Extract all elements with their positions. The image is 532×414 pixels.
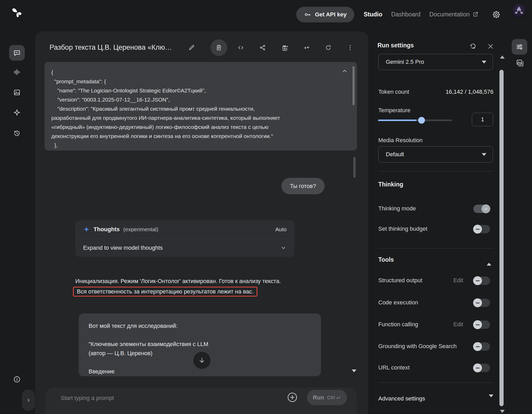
thinking-mode-label: Thinking mode <box>378 205 416 212</box>
tool-row-function-calling: Function calling Edit <box>378 321 493 329</box>
scroll-to-bottom-button[interactable] <box>193 352 211 369</box>
media-resolution-value: Default <box>386 151 404 158</box>
thinking-header: Thinking <box>378 181 403 188</box>
close-panel-icon[interactable] <box>487 43 494 50</box>
sidebar-item-chat[interactable] <box>9 45 25 61</box>
caret-down-icon <box>482 61 486 64</box>
sidebar-item-stream[interactable] <box>9 64 25 80</box>
system-prompt-block[interactable]: { "prompt_metadata": { "name": "The Logi… <box>45 62 357 150</box>
get-code-icon[interactable] <box>237 44 244 51</box>
refresh-icon[interactable] <box>325 44 332 51</box>
run-settings-toggle-button[interactable] <box>512 39 527 55</box>
chat-panel: Разбор текста Ц.В. Церенова «Клю… <box>35 32 368 414</box>
thoughts-header[interactable]: Thoughts (experimental) Auto <box>75 220 294 239</box>
minus-icon <box>476 346 480 347</box>
user-message-text: Вот мой текст для исследований: "Ключевы… <box>79 313 321 384</box>
temperature-label: Temperature <box>378 107 411 114</box>
prompt-input[interactable] <box>60 393 270 404</box>
advanced-settings-row[interactable]: Advanced settings <box>378 395 493 404</box>
run-settings-panel: Run settings Gemini 2.5 Pro Token count … <box>372 37 497 414</box>
edit-title-icon[interactable] <box>188 44 195 51</box>
expand-sidebar-button[interactable] <box>22 390 35 411</box>
minus-icon <box>476 324 480 325</box>
prompt-title[interactable]: Разбор текста Ц.В. Церенова «Клю… <box>50 43 172 52</box>
get-api-key-label: Get API key <box>315 11 347 18</box>
token-count-value: 16,142 / 1,048,576 <box>446 89 494 95</box>
settings-gear-icon[interactable] <box>492 10 501 19</box>
thoughts-mode: Auto <box>275 226 287 233</box>
external-link-icon <box>472 11 479 17</box>
tool-row-url-context: URL context <box>378 364 493 373</box>
chat-scrollbar[interactable] <box>353 157 356 178</box>
nav-studio[interactable]: Studio <box>364 11 382 18</box>
system-instructions-icon[interactable] <box>211 39 227 56</box>
run-label: Run <box>313 394 324 401</box>
sidebar-item-generate-media[interactable] <box>9 85 25 100</box>
share-icon[interactable] <box>259 44 266 51</box>
collapse-tools-icon[interactable] <box>487 258 491 263</box>
edit-link[interactable]: Edit <box>453 321 463 328</box>
url-context-toggle[interactable] <box>473 364 490 372</box>
prompt-input-bar: Run Ctrl <box>45 387 357 414</box>
scroll-down-caret-icon[interactable] <box>352 369 356 372</box>
nav-documentation-label: Documentation <box>429 11 470 18</box>
structured-output-toggle[interactable] <box>473 277 490 285</box>
advanced-settings-label: Advanced settings <box>378 395 425 402</box>
set-thinking-budget-toggle[interactable] <box>473 225 490 233</box>
get-api-key-button[interactable]: Get API key <box>296 7 354 22</box>
thinking-mode-row: Thinking mode <box>378 205 493 214</box>
scrollbar-down-arrow[interactable] <box>500 410 505 413</box>
reset-settings-icon[interactable] <box>469 43 477 50</box>
thinking-mode-toggle[interactable] <box>473 205 490 213</box>
media-resolution-select[interactable]: Default <box>378 146 493 162</box>
minus-icon <box>476 368 480 368</box>
sidebar-item-build[interactable] <box>9 105 25 120</box>
user-bubble: Ты готов? <box>281 178 325 194</box>
divider <box>378 248 493 248</box>
save-icon[interactable] <box>282 44 288 51</box>
thoughts-title: Thoughts <box>94 226 120 233</box>
expand-thoughts-row[interactable]: Expand to view model thoughts <box>75 239 294 257</box>
chevron-down-icon <box>280 245 287 251</box>
run-settings-title: Run settings <box>378 42 414 49</box>
temperature-value-box[interactable]: 1 <box>472 113 493 126</box>
run-button[interactable]: Run Ctrl <box>307 390 347 405</box>
model-select[interactable]: Gemini 2.5 Pro <box>378 54 493 70</box>
run-shortcut-label: Ctrl <box>327 395 335 400</box>
tool-label: Structured output <box>378 277 422 284</box>
key-icon <box>304 11 311 18</box>
set-thinking-budget-label: Set thinking budget <box>378 225 427 232</box>
divider <box>378 171 493 171</box>
temperature-slider[interactable] <box>378 117 456 124</box>
model-response-line1: Инициализация. Режим 'Логик-Онтолог' акт… <box>75 278 281 285</box>
collapse-system-prompt-icon[interactable] <box>341 68 348 74</box>
info-icon[interactable] <box>9 372 25 387</box>
user-avatar[interactable] <box>512 4 526 18</box>
scrollbar-up-arrow[interactable] <box>500 55 505 59</box>
caret-down-icon <box>482 153 486 156</box>
nav-documentation[interactable]: Documentation <box>429 11 479 18</box>
compare-icon[interactable] <box>303 44 310 51</box>
grounding-toggle[interactable] <box>473 342 490 351</box>
function-calling-toggle[interactable] <box>473 321 490 329</box>
system-prompt-scrollbar[interactable] <box>352 66 355 105</box>
thoughts-panel: Thoughts (experimental) Auto Expand to v… <box>75 220 294 257</box>
more-options-icon[interactable] <box>347 44 354 51</box>
minus-icon <box>476 280 480 281</box>
sidebar-item-history[interactable] <box>9 126 25 141</box>
panel-scrollbar[interactable] <box>499 70 504 406</box>
minus-icon <box>476 229 480 230</box>
code-execution-toggle[interactable] <box>473 299 490 307</box>
edit-link[interactable]: Edit <box>453 277 463 284</box>
media-panel-icon[interactable] <box>516 59 524 67</box>
nav-dashboard[interactable]: Dashboard <box>391 11 421 18</box>
add-attachment-icon[interactable] <box>287 392 298 403</box>
slider-thumb[interactable] <box>418 117 425 124</box>
ai-studio-logo-icon[interactable] <box>11 6 23 19</box>
tool-label: URL context <box>378 364 410 371</box>
tool-label: Function calling <box>378 321 418 328</box>
top-navigation: Studio Dashboard Documentation <box>364 0 479 29</box>
media-resolution-label: Media Resolution <box>378 137 423 144</box>
ai-studio-app: Get API key Studio Dashboard Documentati… <box>0 0 532 414</box>
tool-row-structured-output: Structured output Edit <box>378 277 493 285</box>
